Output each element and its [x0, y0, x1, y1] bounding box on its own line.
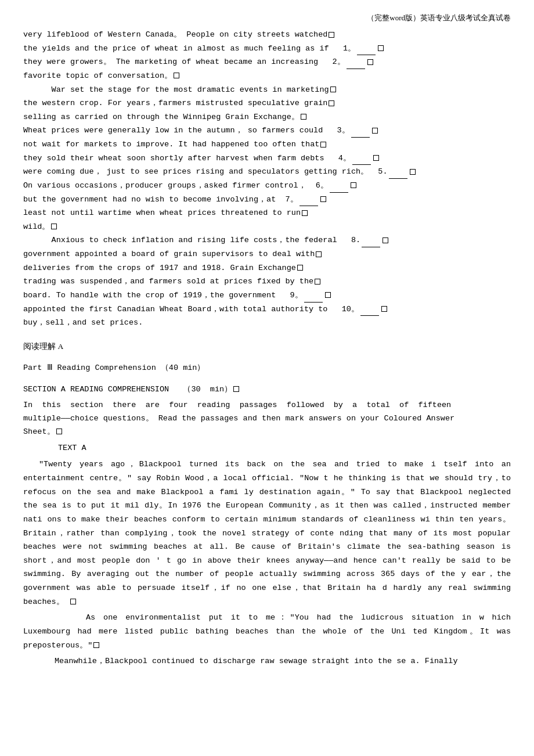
checkbox-12	[351, 182, 356, 188]
line-21: appointed the first Canadian Wheat Board…	[23, 303, 511, 316]
line-17: government appointed a board of grain su…	[23, 247, 511, 261]
part-label-text: Part Ⅲ Reading Comprehension （40 min）	[23, 363, 205, 372]
line-18: deliveries from the crops of 1917 and 19…	[23, 261, 511, 275]
checkbox-para1	[70, 599, 76, 604]
line-22: buy，sell，and set prices.	[23, 316, 511, 330]
section-label: 阅读理解 A	[23, 340, 511, 354]
line-1: very lifeblood of Western Canada。 People…	[23, 28, 511, 42]
checkbox-1	[329, 32, 334, 38]
checkbox-5	[330, 87, 336, 92]
checkbox-9	[320, 142, 326, 147]
line-11: were coming due， just to see prices risi…	[23, 165, 511, 179]
line-3: they were growers。 The marketing of whea…	[23, 55, 511, 69]
checkbox-6	[329, 100, 334, 106]
checkbox-20	[325, 292, 331, 298]
blank-5	[389, 178, 407, 179]
checkbox-11	[410, 169, 416, 175]
checkbox-17	[316, 251, 322, 257]
text-a-para-2: As one environmentalist put it to me："Yo…	[23, 611, 511, 652]
line-13: but the government had no wish to become…	[23, 193, 511, 207]
checkbox-section	[233, 386, 239, 392]
section-heading: SECTION A READING COMPREHENSION （30 min）	[23, 383, 511, 397]
checkbox-16	[383, 237, 388, 243]
checkbox-14	[302, 210, 308, 216]
checkbox-2	[378, 45, 384, 51]
text-a-para-1: "Twenty years ago，Blackpool turned its b…	[23, 458, 511, 609]
checkbox-19	[315, 279, 320, 285]
line-9: not wait for markets to improve. It had …	[23, 138, 511, 152]
text-a-label: TEXT A	[23, 442, 511, 455]
checkbox-15	[51, 224, 57, 229]
line-5: War set the stage for the most dramatic …	[23, 83, 511, 97]
line-14: least not until wartime when wheat price…	[23, 206, 511, 220]
text-a-para-3: Meanwhile，Blackpool continued to dischar…	[23, 654, 511, 668]
text-label-text: TEXT A	[58, 444, 86, 452]
line-7: selling as carried on through the Winnip…	[23, 110, 511, 124]
line-12: On various occasions，producer groups，ask…	[23, 179, 511, 193]
line-19: trading was suspended，and farmers sold a…	[23, 275, 511, 289]
blank-8	[362, 247, 380, 247]
page-header: （完整word版）英语专业八级考试全真试卷	[23, 12, 511, 24]
section-label-text: 阅读理解 A	[23, 342, 63, 351]
checkbox-sheet	[56, 429, 62, 434]
passage-intro: In this section there are four reading p…	[23, 399, 511, 439]
line-16: Anxious to check inflation and rising li…	[23, 233, 511, 247]
checkbox-7	[301, 114, 306, 120]
line-8: Wheat prices were generally low in the a…	[23, 124, 511, 138]
part-label: Part Ⅲ Reading Comprehension （40 min）	[23, 362, 511, 375]
line-2: the yields and the price of wheat in alm…	[23, 42, 511, 56]
checkbox-4	[174, 73, 179, 78]
checkbox-21	[381, 306, 387, 312]
blank-2	[347, 69, 365, 69]
checkbox-10	[373, 155, 379, 161]
checkbox-8	[372, 128, 378, 134]
checkbox-18	[297, 265, 303, 271]
line-6: the western crop. For years，farmers mist…	[23, 96, 511, 110]
header-title: （完整word版）英语专业八级考试全真试卷	[367, 13, 511, 22]
blank-10	[360, 315, 379, 316]
blank-6	[330, 192, 348, 193]
checkbox-13	[320, 196, 326, 202]
line-15: wild。	[23, 220, 511, 234]
blank-3	[351, 137, 370, 138]
checkbox-para2	[93, 642, 99, 648]
line-4: favorite topic of conversation。	[23, 69, 511, 83]
page-wrapper: （完整word版）英语专业八级考试全真试卷 very lifeblood of …	[23, 12, 511, 668]
line-10: they sold their wheat soon shortly after…	[23, 152, 511, 165]
main-text-block: very lifeblood of Western Canada。 People…	[23, 28, 511, 330]
line-20: board. To handle with the crop of 1919，t…	[23, 289, 511, 303]
text-a-content: "Twenty years ago，Blackpool turned its b…	[23, 458, 511, 668]
checkbox-3	[367, 59, 373, 65]
